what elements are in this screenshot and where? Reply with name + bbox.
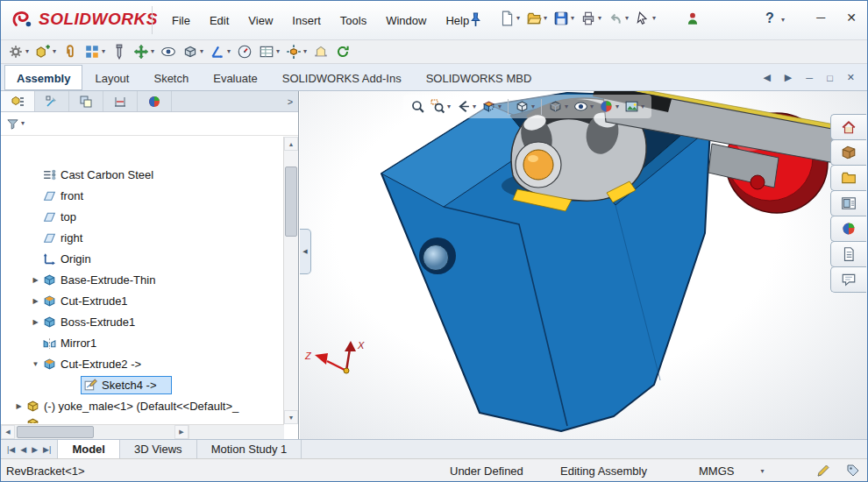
new-motion-study-button[interactable] (235, 42, 254, 61)
menu-file[interactable]: File (162, 10, 200, 32)
tree-item[interactable]: Sketch4 -> (1, 374, 283, 395)
panel-expand-chevron[interactable]: > (282, 91, 298, 111)
view-settings-button[interactable]: ▾ (622, 97, 647, 116)
tree-item[interactable]: front (1, 185, 283, 206)
panel-tab-display-manager[interactable] (138, 91, 172, 111)
smart-fasteners-button[interactable] (110, 42, 129, 61)
panel-tab-property-manager[interactable] (35, 91, 69, 111)
expand-arrow-icon[interactable]: ▼ (30, 360, 41, 368)
dropdown-caret-icon[interactable]: ▾ (473, 103, 476, 110)
previous-window-button[interactable]: ◀ (763, 72, 770, 83)
panel-tab-dimxpert-manager[interactable] (103, 91, 138, 111)
dropdown-caret-icon[interactable]: ▾ (151, 48, 154, 55)
previous-view-button[interactable]: ▾ (453, 97, 479, 116)
view-orientation-button[interactable]: ▾ (512, 97, 537, 116)
edit-appearance-button[interactable]: ▾ (596, 97, 622, 116)
zoom-fit-button[interactable] (408, 97, 428, 116)
close-button[interactable]: ✕ (846, 11, 857, 25)
new-document-button[interactable]: ▾ (497, 9, 522, 28)
expand-arrow-icon[interactable]: ▶ (30, 318, 41, 326)
solidworks-resources-tab[interactable] (830, 114, 866, 140)
next-window-button[interactable]: ▶ (785, 72, 792, 83)
scroll-left-button[interactable]: ◀ (1, 425, 15, 439)
move-component-button[interactable]: ▾ (132, 42, 156, 61)
menu-tools[interactable]: Tools (331, 10, 376, 32)
dropdown-caret-icon[interactable]: ▾ (625, 15, 629, 22)
dropdown-caret-icon[interactable]: ▾ (641, 103, 644, 110)
pushpin-icon[interactable] (468, 12, 483, 27)
tree-item[interactable]: Origin (1, 248, 283, 269)
select-button[interactable]: ▾ (633, 9, 658, 28)
tree-item[interactable]: ▶Boss-Extrude1 (1, 311, 283, 332)
dropdown-caret-icon[interactable]: ▾ (53, 48, 56, 55)
dropdown-caret-icon[interactable]: ▾ (516, 15, 520, 22)
section-view-button[interactable]: ▾ (479, 97, 504, 116)
dropdown-caret-icon[interactable]: ▾ (544, 15, 547, 22)
reference-triad[interactable]: Z X (304, 340, 365, 373)
tree-item[interactable]: ▼Cut-Extrude2 -> (1, 353, 283, 374)
dropdown-caret-icon[interactable]: ▾ (652, 15, 656, 22)
linear-component-pattern-button[interactable]: ▾ (82, 42, 107, 61)
update-references-button[interactable] (333, 42, 352, 61)
annotation-pencil-icon[interactable] (816, 464, 830, 478)
dropdown-caret-icon[interactable]: ▾ (590, 103, 594, 110)
last-tab-button[interactable]: ▶| (43, 445, 51, 454)
panel-tab-configuration-manager[interactable] (69, 91, 103, 111)
bill-of-materials-button[interactable]: ▾ (257, 42, 281, 61)
dropdown-caret-icon[interactable]: ▾ (447, 103, 451, 110)
hscroll-track[interactable] (94, 425, 174, 439)
filter-icon[interactable] (6, 117, 19, 131)
help-caret-icon[interactable]: ▾ (781, 17, 785, 24)
undo-button[interactable]: ▾ (606, 9, 630, 28)
file-explorer-tab[interactable] (830, 165, 866, 191)
dropdown-caret-icon[interactable]: ▾ (571, 15, 574, 22)
hscroll-thumb[interactable] (17, 426, 94, 438)
tree-item-clipped[interactable] (1, 416, 283, 423)
next-tab-button[interactable]: ▶ (32, 445, 38, 454)
menu-edit[interactable]: Edit (200, 10, 238, 32)
tree-item[interactable]: Cast Carbon Steel (1, 164, 283, 185)
dropdown-caret-icon[interactable]: ▾ (565, 103, 568, 110)
scroll-right-button[interactable]: ▶ (174, 425, 189, 439)
expand-arrow-icon[interactable]: ▶ (30, 276, 41, 284)
vscroll-thumb[interactable] (285, 167, 297, 237)
insert-components-button[interactable]: ▾ (33, 42, 58, 61)
tree-vertical-scrollbar[interactable]: ▲ ▼ (283, 137, 298, 424)
open-button[interactable]: ▾ (524, 9, 549, 28)
tree-item[interactable]: Mirror1 (1, 332, 283, 353)
dropdown-caret-icon[interactable]: ▾ (25, 48, 29, 55)
dropdown-caret-icon[interactable]: ▾ (200, 48, 203, 55)
doc-close-button[interactable]: ✕ (847, 72, 855, 83)
view-palette-tab[interactable] (830, 190, 866, 216)
dropdown-caret-icon[interactable]: ▾ (498, 103, 502, 110)
show-hidden-components-button[interactable] (159, 42, 178, 61)
solidworks-forum-tab[interactable] (830, 266, 866, 293)
reference-geometry-button[interactable]: ▾ (208, 42, 232, 61)
tree-item[interactable]: right (1, 227, 283, 248)
tab-solidworks-add-ins[interactable]: SOLIDWORKS Add-Ins (270, 65, 414, 90)
dropdown-caret-icon[interactable]: ▾ (303, 48, 307, 55)
tree-item[interactable]: ▶(-) yoke_male<1> (Default<<Default>_ (1, 395, 283, 416)
print-button[interactable]: ▾ (579, 9, 603, 28)
edit-component-button[interactable]: ▾ (6, 42, 31, 61)
assembly-features-button[interactable]: ▾ (181, 42, 205, 61)
dropdown-caret-icon[interactable]: ▾ (102, 48, 105, 55)
save-button[interactable]: ▾ (551, 9, 576, 28)
scroll-up-button[interactable]: ▲ (284, 137, 298, 151)
display-style-button[interactable]: ▾ (545, 97, 571, 116)
login-user-button[interactable] (683, 9, 702, 28)
hide-show-items-button[interactable]: ▾ (571, 97, 596, 116)
doc-restore-button[interactable]: □ (827, 73, 833, 83)
appearances-scenes-tab[interactable] (830, 216, 866, 242)
dropdown-caret-icon[interactable]: ▾ (276, 48, 280, 55)
minimize-button[interactable]: ─ (816, 11, 825, 25)
doc-minimize-button[interactable]: ─ (806, 73, 813, 83)
zoom-to-area-button[interactable]: ▾ (428, 97, 453, 116)
dropdown-caret-icon[interactable]: ▾ (598, 15, 601, 22)
doc-tab-model[interactable]: Model (58, 440, 120, 458)
tree-item[interactable]: top (1, 206, 283, 227)
mate-button[interactable] (60, 42, 80, 61)
exploded-view-button[interactable]: ▾ (284, 42, 309, 61)
tab-sketch[interactable]: Sketch (141, 65, 201, 90)
doc-tab-3d-views[interactable]: 3D Views (120, 440, 197, 458)
